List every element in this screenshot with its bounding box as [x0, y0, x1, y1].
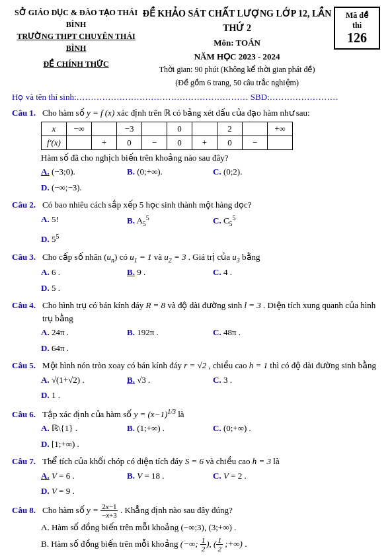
- q2-ans-a: A. 5!: [41, 213, 127, 229]
- q1-ans-c: C. (0;2).: [213, 165, 299, 179]
- q3-ans-c: C. 4 .: [213, 266, 299, 279]
- q6-answers: A. ℝ\{1} . B. (1;+∞) . C. (0;+∞) . D. [1…: [12, 422, 380, 450]
- q2-text: Có bao nhiêu cách sắp xếp 5 học sinh thà…: [42, 198, 380, 212]
- q1-label-b: B.: [127, 167, 135, 177]
- q7-label-a: A.: [41, 471, 50, 481]
- question-4: Câu 4. Cho hình trụ có bán kính đáy R = …: [12, 299, 380, 354]
- q8-text: Cho hàm số y = 2x−1−x+3 . Khẳng định nào…: [42, 502, 380, 519]
- q8-num: Câu 8.: [12, 505, 40, 516]
- q4-ans-d: D. 64π .: [41, 342, 127, 355]
- de-chinh-thuc: ĐỀ CHÍNH THỨC: [12, 58, 140, 70]
- q4-num: Câu 4.: [12, 300, 40, 311]
- q6-label-d: D.: [41, 439, 50, 449]
- q1-subtext: Hàm số đã cho nghịch biến trên khoảng nà…: [12, 153, 380, 163]
- q4-answers: A. 24π . B. 192π . C. 48π . D. 64π .: [12, 326, 380, 354]
- question-6: Câu 6. Tập xác định của hàm số y = (x−1)…: [12, 407, 380, 451]
- q1-ans-d: D. (−∞;−3).: [41, 181, 127, 194]
- q5-text: Một hình nón tròn xoay có bán kính đáy r…: [42, 359, 380, 372]
- q5-ans-b: B. √3 .: [127, 374, 213, 387]
- q1-text: Cho hàm số y = f (x) xác định trên ℝ có …: [42, 106, 380, 120]
- question-1: Câu 1. Cho hàm số y = f (x) xác định trê…: [12, 106, 380, 194]
- q3-label-b: B.: [127, 267, 135, 277]
- q3-label-a: A.: [41, 267, 50, 277]
- q3-ans-a: A. 6 .: [41, 266, 127, 279]
- q1-num: Câu 1.: [12, 108, 40, 118]
- q4-label-b: B.: [127, 327, 135, 337]
- q3-num: Câu 3.: [12, 252, 40, 262]
- q1-ans-a: A. (−3;0).: [41, 165, 127, 179]
- q7-ans-b: B. V = 18 .: [127, 469, 213, 483]
- q5-label-c: C.: [213, 375, 221, 385]
- school-year: NĂM HỌC 2023 - 2024: [140, 50, 334, 64]
- q7-text: Thể tích của khối chóp có diện tích đáy …: [42, 455, 380, 468]
- exam-title: ĐỀ KHẢO SÁT CHẤT LƯỢNG LỚP 12, LẦN THỨ 2: [140, 7, 334, 36]
- q2-ans-c: C. C55: [213, 213, 299, 229]
- q5-num: Câu 5.: [12, 360, 40, 371]
- q3-label-c: C.: [213, 267, 221, 277]
- q4-ans-b: B. 192π .: [127, 326, 213, 339]
- q6-ans-c: C. (0;+∞) .: [213, 422, 299, 435]
- exam-note: (Đề gồm 6 trang, 50 câu trắc nghiệm): [140, 77, 334, 89]
- q3-text: Cho cấp số nhân (un) có u1 = 1 và u2 = 3…: [42, 251, 380, 265]
- ma-de-box: Mã đề thi 126: [334, 7, 380, 50]
- question-3: Câu 3. Cho cấp số nhân (un) có u1 = 1 và…: [12, 251, 380, 295]
- q8-answers: A. Hàm số đồng biến trên mỗi khoảng (−∞;…: [12, 520, 380, 556]
- q2-label-a: A.: [41, 214, 50, 224]
- q2-label-d: D.: [41, 234, 50, 244]
- school-name: TRƯỜNG THPT CHUYÊN THÁI BÌNH: [12, 30, 140, 54]
- q7-ans-c: C. V = 2 .: [213, 469, 299, 483]
- q2-answers: A. 5! B. A55 C. C55 D. 55: [12, 213, 380, 246]
- q6-label-a: A.: [41, 423, 50, 433]
- q4-label-a: A.: [41, 327, 50, 337]
- q1-label-d: D.: [41, 182, 50, 192]
- q5-ans-c: C. 3 .: [213, 374, 299, 387]
- q7-answers: A. V = 6 . B. V = 18 . C. V = 2 . D. V =…: [12, 469, 380, 498]
- q3-ans-d: D. 5 .: [41, 282, 127, 295]
- school-info: SỞ GIÁO DỤC & ĐÀO TẠO THÁI BÌNH TRƯỜNG T…: [12, 7, 140, 70]
- q7-label-b: B.: [127, 471, 135, 481]
- q6-ans-a: A. ℝ\{1} .: [41, 422, 127, 435]
- q3-answers: A. 6 . B. 9 . C. 4 . D. 5 .: [12, 266, 380, 294]
- question-8: Câu 8. Cho hàm số y = 2x−1−x+3 . Khẳng đ…: [12, 502, 380, 556]
- ma-de-label: Mã đề thi: [340, 11, 373, 30]
- q2-label-c: C.: [213, 216, 221, 225]
- q4-text: Cho hình trụ có bán kính đáy R = 8 và độ…: [42, 299, 380, 325]
- ma-de-num: 126: [340, 30, 373, 46]
- q6-text: Tập xác định của hàm số y = (x−1)1/3 là: [42, 407, 380, 421]
- q6-ans-d: D. [1;+∞) .: [41, 438, 127, 451]
- q7-ans-d: D. V = 9 .: [41, 485, 127, 498]
- ho-ten-line: Họ và tên thí sinh:…………………………………………………… …: [12, 92, 380, 102]
- q2-num: Câu 2.: [12, 200, 40, 210]
- question-7: Câu 7. Thể tích của khối chóp có diện tí…: [12, 455, 380, 498]
- q8-ans-b: B. Hàm số đồng biến trên mỗi khoảng (−∞;…: [41, 536, 380, 553]
- q7-label-c: C.: [213, 471, 221, 481]
- q4-ans-c: C. 48π .: [213, 326, 299, 339]
- q5-ans-a: A. √(1+√2) .: [41, 374, 127, 387]
- q2-ans-b: B. A55: [127, 213, 213, 229]
- q1-label-a: A.: [41, 167, 50, 177]
- q6-ans-b: B. (1;+∞) .: [127, 422, 213, 435]
- q4-label-d: D.: [41, 343, 50, 353]
- q3-ans-b: B. 9 .: [127, 266, 213, 279]
- q5-label-b: B.: [127, 375, 135, 385]
- q5-ans-d: D. 1 .: [41, 389, 127, 402]
- q8-label-a: A.: [41, 522, 50, 532]
- q2-ans-d: D. 55: [41, 231, 127, 246]
- q3-label-d: D.: [41, 283, 50, 293]
- q1-answers: A. (−3;0). B. (0;+∞). C. (0;2). D. (−∞;−…: [12, 165, 380, 194]
- q6-label-b: B.: [127, 423, 135, 433]
- q2-label-b: B.: [127, 216, 135, 225]
- q5-label-d: D.: [41, 390, 50, 400]
- department-name: SỞ GIÁO DỤC & ĐÀO TẠO THÁI BÌNH: [12, 7, 140, 30]
- q4-label-c: C.: [213, 327, 221, 337]
- deriv-table-q1: x −∞ −3 0 2 +∞ f'(x) + 0 − 0 + 0 −: [41, 122, 293, 150]
- exam-info: ĐỀ KHẢO SÁT CHẤT LƯỢNG LỚP 12, LẦN THỨ 2…: [140, 7, 334, 89]
- q5-label-a: A.: [41, 375, 50, 385]
- question-2: Câu 2. Có bao nhiêu cách sắp xếp 5 học s…: [12, 198, 380, 245]
- q8-ans-a: A. Hàm số đồng biến trên mỗi khoảng (−∞;…: [41, 520, 380, 535]
- q6-label-c: C.: [213, 423, 221, 433]
- q1-ans-b: B. (0;+∞).: [127, 165, 213, 179]
- q5-answers: A. √(1+√2) . B. √3 . C. 3 . D. 1 .: [12, 374, 380, 402]
- exam-time: Thời gian: 90 phút (Không kể thời gian p…: [140, 63, 334, 76]
- q6-num: Câu 6.: [12, 409, 40, 420]
